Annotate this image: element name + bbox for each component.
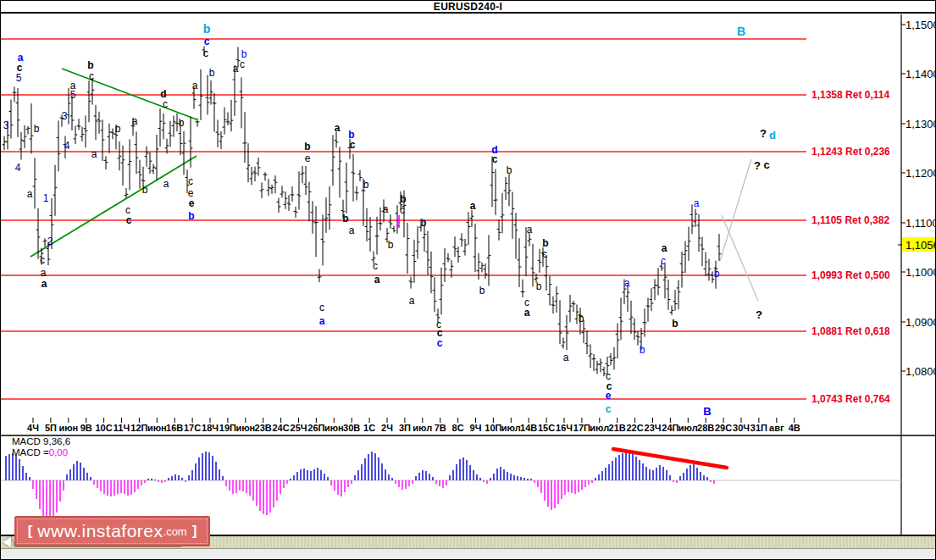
price-chart-canvas[interactable]: 1,1358 Ret 0,1141,1243 Ret 0,2361,1105 R… [1,1,936,560]
current-price-badge: 1,1056 [898,237,936,252]
wave-label: c [763,158,769,171]
wave-label: c [188,175,193,187]
wave-label: ? [760,127,767,140]
x-axis-label: 10П [485,423,501,433]
y-axis-label: 1,1200 [906,167,936,180]
wave-label: a [192,80,198,91]
wave-label: c [126,214,132,226]
y-axis-label: 1,1500 [906,19,936,31]
wave-label: b [714,268,720,280]
watermark-url: www.instaforex [37,521,163,541]
macd-value-label: MACD =0,00 [12,447,68,457]
x-axis-label: 16Ч [556,423,573,433]
x-axis-label: июн [58,423,78,433]
x-axis-label: 16В [166,423,183,433]
x-axis-label: 25Ч [291,423,307,433]
x-axis-label: июл [590,423,609,433]
window-bottom-strip [1,548,935,560]
wave-label: b [142,184,148,196]
wave-label: c [606,403,612,415]
wave-label: a [383,203,389,215]
wave-label: b [115,123,121,135]
wave-label: b [542,237,548,249]
wave-label: b [536,280,542,292]
x-axis-label: 17П [573,423,590,433]
x-axis-label: 4В [789,423,800,433]
macd-histogram-positive [6,452,707,480]
x-axis-label: 28В [697,423,714,433]
fib-retracement-lines[interactable]: 1,1358 Ret 0,1141,1243 Ret 0,2361,1105 R… [1,39,890,405]
wave-label: ? [756,308,762,321]
wave-label: a [42,278,47,290]
x-axis-label: 31П [750,423,767,433]
wave-label: a [163,178,169,190]
wave-label: b [209,67,215,79]
wave-label: a [470,200,476,212]
x-axis-label: июн [147,423,167,433]
wave-label: c [204,36,210,47]
macd-settings-label: MACD 9,36,6 [12,436,70,446]
x-axis-label: 14В [520,423,537,433]
wave-label: c [542,248,547,260]
y-axis-label: 1,0800 [906,365,936,378]
green-trendlines[interactable] [30,69,197,257]
x-axis-label: 12П [130,423,147,433]
trendline[interactable] [62,69,197,119]
wave-label: c [240,58,245,70]
x-axis-label: 23Ч [645,423,662,433]
wave-label: b [579,313,584,324]
wave-label: a [41,267,47,279]
wave-label: 3 [3,119,9,131]
wave-label: a [694,197,700,209]
watermark-bracket-right: ] [192,523,197,540]
macd-trendline[interactable] [613,449,727,468]
wave-label: c [350,139,356,151]
wave-label: b [203,22,211,36]
wave-label: a [335,122,341,134]
current-price-label: 1,1056 [906,239,936,252]
wave-label: e [189,197,195,209]
wave-label: c [163,98,168,110]
wave-label: b [388,239,394,251]
wave-label: c [661,255,666,267]
wave-label: c [40,254,45,266]
x-axis-label: 26П [307,423,324,433]
wave-label: a [409,295,415,307]
x-axis-label: 24П [662,423,678,433]
wave-label: 4 [64,140,70,152]
projection-line[interactable] [722,215,758,301]
wave-label: c [373,260,378,272]
wave-label: b [188,210,194,222]
wave-label: b [342,213,348,225]
wave-label: 1 [43,192,49,204]
y-axis-label: 1,1000 [906,266,936,279]
wave-label: a [524,307,530,319]
wave-label: B [737,25,745,38]
wave-label: b [179,117,185,129]
y-axis-label: 1,1400 [906,68,936,80]
wave-label: ? [754,159,761,172]
price-bars [3,47,722,377]
wave-label: B [703,405,711,418]
wave-label: b [640,344,645,356]
wave-label: a [527,224,533,236]
instaforex-watermark: [www.instaforex.com] [14,516,210,546]
tab-scroll-left-icon[interactable] [3,537,11,547]
x-axis-label: 21В [609,423,626,433]
wave-label: a [27,188,33,200]
wave-label: e [606,390,612,402]
x-axis-label: 7В [435,423,446,433]
wave-label: b [34,123,40,135]
x-axis-label: 19П [219,423,236,433]
x-axis-label: июн [324,423,344,433]
wave-label: 5 [70,89,76,101]
x-axis-label: 17С [184,423,201,433]
wave-label: a [563,352,569,363]
wave-label: a [624,277,630,289]
wave-label: 4 [15,162,21,174]
watermark-bracket-left: [ [28,523,33,540]
projection-line[interactable] [720,159,751,261]
fib-label: 1,1105 Ret 0,382 [811,214,889,226]
projection-lines[interactable] [720,159,758,301]
wave-label: d [769,129,776,141]
